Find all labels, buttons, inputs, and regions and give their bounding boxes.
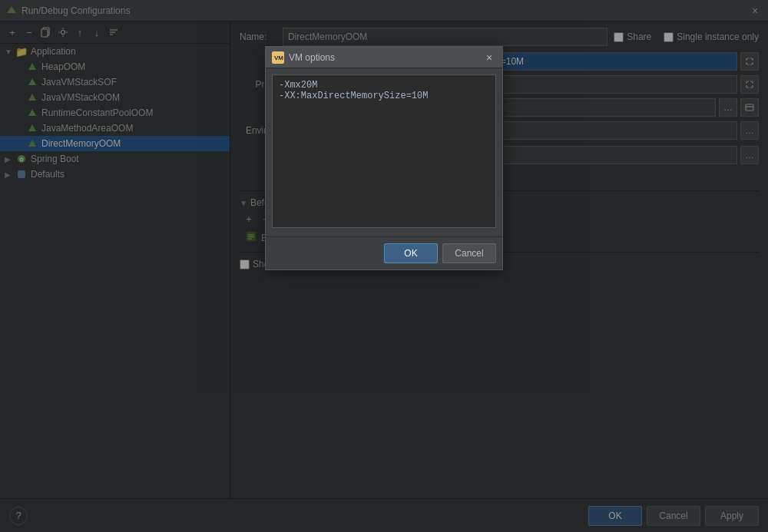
modal-footer: OK Cancel [266,236,502,269]
modal-ok-button[interactable]: OK [384,243,438,263]
vm-options-modal: VM VM options × -Xmx20M -XX:MaxDirectMem… [265,46,503,270]
modal-overlay[interactable]: VM VM options × -Xmx20M -XX:MaxDirectMem… [0,0,768,532]
modal-title-icon: VM [272,51,284,64]
modal-title-bar: VM VM options × [266,47,502,68]
modal-cancel-button[interactable]: Cancel [442,243,496,263]
modal-close-button[interactable]: × [482,51,496,64]
modal-title-text: VM options [289,52,482,63]
modal-body: -Xmx20M -XX:MaxDirectMemorySize=10M [266,68,502,236]
svg-text:VM: VM [274,55,283,61]
vm-options-textarea[interactable]: -Xmx20M -XX:MaxDirectMemorySize=10M [272,74,496,228]
